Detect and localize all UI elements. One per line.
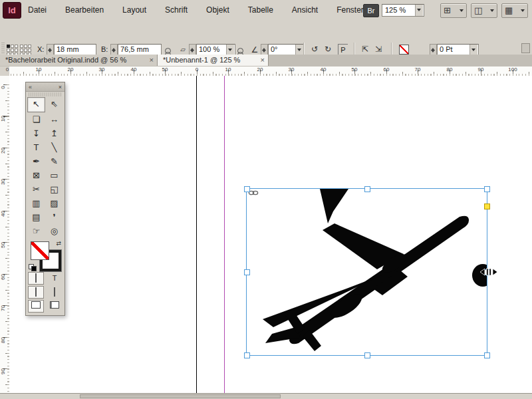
rectangle-tool[interactable]: ▭ <box>45 168 63 182</box>
x-input[interactable]: 18 mm <box>54 44 96 55</box>
formatting-affects-text-button[interactable]: T <box>47 272 63 285</box>
h-ruler-label: 50 <box>162 66 168 72</box>
resize-cursor-icon <box>479 266 498 278</box>
type-tool[interactable]: T <box>27 140 45 154</box>
default-fill-stroke-icon[interactable] <box>29 264 37 271</box>
h-ruler-label: 60 <box>384 66 390 72</box>
h-ruler-label: 40 <box>321 66 327 72</box>
selection-tool[interactable]: ↖ <box>27 97 45 112</box>
tab-unbenannt-1[interactable]: *Unbenannt-1 @ 125 % × <box>158 55 269 66</box>
h-ruler-label: 100 <box>508 66 517 72</box>
arrange-documents-icon: ▦ <box>505 5 513 15</box>
menu-item-schrift[interactable]: Schrift <box>164 4 189 16</box>
vertical-ruler[interactable]: 0102030405060708090 <box>0 76 10 394</box>
tools-panel-header[interactable]: « × <box>26 82 65 92</box>
selection-handle-middle-left[interactable] <box>244 269 250 275</box>
pencil-tool[interactable]: ✎ <box>45 154 63 168</box>
tab-close-button[interactable]: × <box>261 55 265 66</box>
v-ruler-label: 0 <box>0 84 6 92</box>
menu-item-tabelle[interactable]: Tabelle <box>247 4 275 16</box>
live-corner-handle[interactable] <box>484 203 490 209</box>
selection-handle-top-left[interactable] <box>244 186 250 192</box>
normal-view-icon <box>31 301 41 309</box>
gap-tool[interactable]: ↔ <box>45 112 63 126</box>
gradient-swatch-tool[interactable]: ▥ <box>27 196 45 210</box>
pen-tool[interactable]: ✒ <box>27 154 45 168</box>
control-panel-options-button[interactable] <box>521 43 530 53</box>
scrollbar-thumb[interactable] <box>80 394 281 398</box>
content-placer-tool[interactable]: ↥ <box>45 126 63 140</box>
hand-tool[interactable]: ☞ <box>27 224 45 238</box>
free-transform-tool[interactable]: ◱ <box>45 182 63 196</box>
apply-color-button[interactable] <box>28 286 44 299</box>
airplane-image[interactable] <box>247 189 487 355</box>
h-ruler-label: 80 <box>447 66 453 72</box>
h-ruler-label: 90 <box>478 66 484 72</box>
select-content-button[interactable]: ⇲ <box>372 43 384 55</box>
tab-close-button[interactable]: × <box>150 55 154 66</box>
formatting-affects-container-button[interactable] <box>28 272 44 285</box>
normal-view-mode-button[interactable] <box>28 300 44 313</box>
menu-bar: Id DateiBearbeitenLayoutSchriftObjektTab… <box>0 0 532 21</box>
direct-selection-tool[interactable]: ⇖ <box>45 97 63 111</box>
rectangle-frame-tool[interactable]: ⊠ <box>27 168 45 182</box>
width-input[interactable]: 76,5 mm <box>118 44 162 55</box>
selected-image-frame[interactable] <box>246 188 487 356</box>
tools-panel[interactable]: « × ↖⇖❏↔↧↥T╲✒✎⊠▭✂◱▥▨▤❜☞◎ ⇄ T <box>25 82 65 316</box>
menu-item-datei[interactable]: Datei <box>27 4 48 16</box>
arrange-documents-button[interactable]: ▦ <box>501 3 528 18</box>
scissors-tool[interactable]: ✂ <box>27 182 45 196</box>
selection-handle-top-right[interactable] <box>484 186 490 192</box>
menu-item-objekt[interactable]: Objekt <box>205 4 231 16</box>
panel-grip[interactable] <box>29 92 62 96</box>
menu-item-ansicht[interactable]: Ansicht <box>291 4 319 16</box>
select-container-button[interactable]: ⇱ <box>359 43 371 55</box>
line-tool[interactable]: ╲ <box>45 140 63 154</box>
rotate-ccw-button[interactable]: ↺ <box>309 43 321 55</box>
swap-fill-stroke-icon[interactable]: ⇄ <box>56 240 61 247</box>
zoom-level-select[interactable]: 125 % <box>382 4 424 17</box>
collapse-panel-icon[interactable]: « <box>29 84 32 90</box>
selection-handle-bottom-right[interactable] <box>484 352 490 358</box>
tab-bachelorarbeit-original[interactable]: *Bachelorarbeit Original.indd @ 56 % × <box>0 55 158 66</box>
preview-mode-button[interactable] <box>47 300 63 313</box>
width-label: B: <box>101 44 108 55</box>
chevron-down-icon[interactable] <box>226 45 234 55</box>
zoom-tool[interactable]: ◎ <box>45 224 63 238</box>
content-collector-tool[interactable]: ↧ <box>27 126 45 140</box>
h-ruler-label: 20 <box>257 66 263 72</box>
view-options-button[interactable]: ⊞ <box>440 3 467 18</box>
bridge-button[interactable]: Br <box>363 4 379 17</box>
menu-item-bearbeiten[interactable]: Bearbeiten <box>64 4 105 16</box>
tab-label: *Unbenannt-1 @ 125 % <box>163 56 240 64</box>
gradient-feather-tool[interactable]: ▨ <box>45 196 63 210</box>
close-panel-icon[interactable]: × <box>59 84 62 90</box>
note-tool[interactable]: ▤ <box>27 210 45 224</box>
selection-handle-bottom-center[interactable] <box>364 352 370 358</box>
chevron-down-icon[interactable] <box>415 5 423 16</box>
view-options-icon: ⊞ <box>444 5 451 15</box>
selection-handle-bottom-left[interactable] <box>244 352 250 358</box>
page-tool[interactable]: ❏ <box>27 112 45 126</box>
rotation-value: 0° <box>271 45 278 53</box>
menu-item-layout[interactable]: Layout <box>121 4 148 16</box>
rotation-input[interactable]: 0° <box>268 44 305 55</box>
horizontal-ruler[interactable]: 010203040500102030405060708090100 <box>9 66 532 76</box>
fill-swatch[interactable] <box>399 45 409 55</box>
document-canvas[interactable] <box>9 76 532 394</box>
horizontal-scrollbar[interactable] <box>0 393 532 399</box>
chevron-down-icon[interactable] <box>469 45 477 55</box>
apply-gradient-button[interactable] <box>47 286 63 299</box>
eyedropper-tool[interactable]: ❜ <box>45 210 63 224</box>
scale-x-input[interactable]: 100 % <box>196 44 235 55</box>
fill-swatch[interactable] <box>31 241 49 260</box>
menu-item-fenster[interactable]: Fenster <box>335 4 365 16</box>
v-ruler-label: 40 <box>0 210 6 218</box>
chevron-down-icon[interactable] <box>295 45 303 55</box>
rotate-cw-button[interactable]: ↻ <box>322 43 334 55</box>
v-ruler-label: 30 <box>0 178 6 186</box>
h-ruler-label: 10 <box>225 66 231 72</box>
stroke-weight-input[interactable]: 0 Pt <box>437 44 479 55</box>
selection-handle-top-center[interactable] <box>364 186 370 192</box>
screen-mode-button[interactable]: ◫ <box>471 3 497 18</box>
